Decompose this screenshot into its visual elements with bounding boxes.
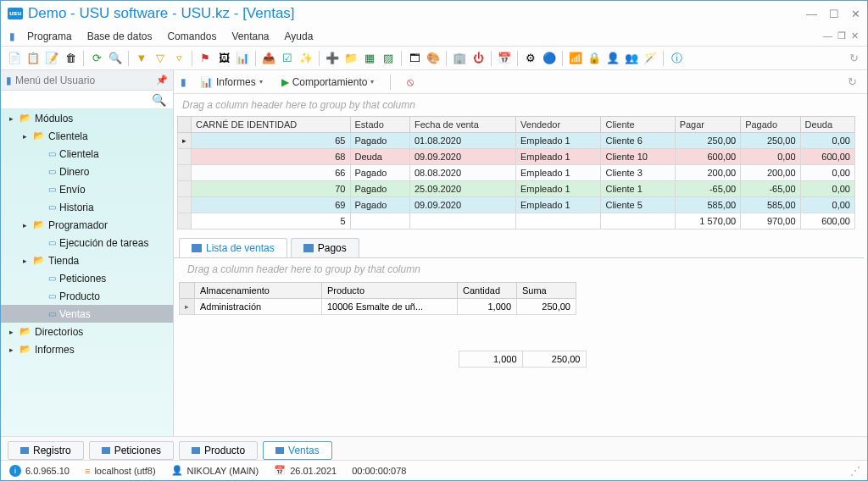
tree-tienda[interactable]: ▸📂Tienda — [1, 252, 173, 269]
menu-programa[interactable]: Programa — [20, 29, 79, 44]
tb-refresh-icon[interactable]: ⟳ — [88, 50, 105, 67]
tb-color-icon[interactable]: 🔵 — [541, 50, 558, 67]
doc-icon: ▭ — [48, 274, 56, 283]
folder-icon: 📂 — [19, 344, 31, 355]
tree-directorios[interactable]: ▸📂Directorios — [1, 323, 173, 340]
stop-icon[interactable]: ⦸ — [402, 74, 419, 91]
tb-export-icon[interactable]: 📤 — [260, 50, 277, 67]
detail-grid[interactable]: AlmacenamientoProductoCantidadSuma▸Admin… — [179, 282, 576, 315]
tb-power-icon[interactable]: ⏻ — [470, 50, 487, 67]
tb-users-icon[interactable]: 👥 — [623, 50, 640, 67]
doc-icon: ▭ — [48, 149, 56, 158]
folder-icon: 📂 — [19, 326, 31, 337]
tb-flag-icon[interactable]: ⚑ — [197, 50, 214, 67]
tb-excel2-icon[interactable]: ▨ — [380, 50, 397, 67]
footer-tab-producto[interactable]: Producto — [179, 441, 258, 460]
table-row[interactable]: 68Deuda09.09.2020Empleado 1Cliente 10600… — [178, 149, 855, 165]
comportamiento-button[interactable]: ▶ Comportamiento▾ — [276, 75, 380, 90]
mdi-restore-icon[interactable]: ❐ — [837, 30, 846, 41]
tree-informes[interactable]: ▸📂Informes — [1, 340, 173, 358]
folder-icon: 📂 — [33, 130, 45, 141]
main-panel: ▮ 📊 Informes▾ ▶ Comportamiento▾ ⦸ ↻ Drag… — [174, 70, 867, 436]
tree-producto[interactable]: ▭Producto — [1, 287, 173, 305]
tb-rss-icon[interactable]: 📶 — [567, 50, 584, 67]
doc-icon: ▭ — [48, 202, 56, 212]
tb-org-icon[interactable]: 🏢 — [451, 50, 468, 67]
sidebar-search[interactable]: 🔍 — [1, 91, 173, 109]
tb-search-icon[interactable]: 🔍 — [107, 50, 124, 67]
folder-icon: 📂 — [33, 255, 45, 266]
menu-ventana[interactable]: Ventana — [225, 29, 275, 44]
tree-clientela[interactable]: ▭Clientela — [1, 145, 173, 163]
sub-toolbar: ▮ 📊 Informes▾ ▶ Comportamiento▾ ⦸ ↻ — [174, 70, 867, 94]
tree-ejecución-de-tareas[interactable]: ▭Ejecución de tareas — [1, 234, 173, 252]
tb-check-icon[interactable]: ☑ — [279, 50, 296, 67]
tb-folder-icon[interactable]: 📁 — [342, 50, 359, 67]
close-button[interactable]: ✕ — [851, 8, 860, 20]
tab-lista-de-ventas[interactable]: Lista de ventas — [179, 238, 287, 257]
tb-picture-icon[interactable]: 🎨 — [425, 50, 442, 67]
tb-lock-icon[interactable]: 🔒 — [586, 50, 603, 67]
menu-ayuda[interactable]: Ayuda — [278, 29, 320, 44]
tree-clientela[interactable]: ▸📂Clientela — [1, 127, 173, 145]
main-toolbar: 📄 📋 📝 🗑 ⟳ 🔍 ▼ ▽ ▿ ⚑ 🖼 📊 📤 ☑ ✨ ➕ 📁 ▦ ▨ 🗔 … — [1, 47, 867, 70]
tree-envío[interactable]: ▭Envío — [1, 180, 173, 198]
tb-image-icon[interactable]: 🖼 — [215, 50, 232, 67]
tree-programador[interactable]: ▸📂Programador — [1, 216, 173, 234]
maximize-button[interactable]: ☐ — [829, 8, 839, 20]
user-icon: 👤 — [171, 465, 183, 476]
tb-excel-icon[interactable]: ▦ — [361, 50, 378, 67]
detail-tabs: Lista de ventasPagos — [174, 235, 864, 258]
tb-gear-icon[interactable]: ⚙ — [522, 50, 539, 67]
tree-dinero[interactable]: ▭Dinero — [1, 163, 173, 180]
mdi-close-icon[interactable]: ✕ — [851, 30, 859, 41]
tb-filter3-icon[interactable]: ▿ — [170, 50, 187, 67]
tb-info-icon[interactable]: ⓘ — [668, 50, 685, 67]
app-icon: usu — [8, 8, 23, 19]
tree-historia[interactable]: ▭Historia — [1, 198, 173, 216]
tb-calendar-icon[interactable]: 📅 — [496, 50, 513, 67]
tb-open-icon[interactable]: 📋 — [25, 50, 42, 67]
tb-history-icon[interactable]: ↻ — [845, 50, 862, 67]
minimize-button[interactable]: — — [806, 8, 817, 20]
doc-icon: ▭ — [48, 185, 56, 194]
sales-grid[interactable]: CARNÉ DE IDENTIDADEstadoFecha de ventaVe… — [177, 116, 855, 229]
table-row[interactable]: 70Pagado25.09.2020Empleado 1Cliente 1-65… — [178, 181, 855, 197]
table-row[interactable]: ▸65Pagado01.08.2020Empleado 1Cliente 625… — [178, 133, 855, 149]
table-row[interactable]: ▸Administración10006 Esmalte de uñ...1,0… — [180, 299, 576, 315]
tb-new-icon[interactable]: 📄 — [6, 50, 23, 67]
menu-basedatos[interactable]: Base de datos — [81, 29, 159, 44]
tb-delete-icon[interactable]: 🗑 — [62, 50, 79, 67]
tb-window-icon[interactable]: 🗔 — [406, 50, 423, 67]
tb-edit-icon[interactable]: 📝 — [43, 50, 60, 67]
statusbar: i6.0.965.10 ≡localhost (utf8) 👤NIKOLAY (… — [1, 460, 867, 480]
sub-history-icon[interactable]: ↻ — [843, 74, 860, 91]
tab-icon — [192, 244, 202, 252]
table-row[interactable]: 69Pagado09.09.2020Empleado 1Cliente 5585… — [178, 197, 855, 213]
menu-comandos[interactable]: Comandos — [160, 29, 223, 44]
tb-filter2-icon[interactable]: ▽ — [152, 50, 169, 67]
group-hint: Drag a column header here to group by th… — [174, 94, 864, 116]
tree-ventas[interactable]: ▭Ventas — [1, 305, 173, 323]
footer-tab-registro[interactable]: Registro — [8, 441, 84, 460]
tb-wizard-icon[interactable]: ✨ — [298, 50, 314, 67]
tree-módulos[interactable]: ▸📂Módulos — [1, 109, 173, 127]
table-row[interactable]: 66Pagado08.08.2020Empleado 1Cliente 3200… — [178, 165, 855, 181]
tb-wand-icon[interactable]: 🪄 — [642, 50, 659, 67]
mdi-minimize-icon[interactable]: — — [823, 30, 832, 41]
tb-filter-icon[interactable]: ▼ — [133, 50, 150, 67]
tb-user-icon[interactable]: 👤 — [604, 50, 621, 67]
pin-icon[interactable]: 📌 — [156, 75, 168, 86]
tab-pagos[interactable]: Pagos — [291, 238, 359, 257]
tb-add-icon[interactable]: ➕ — [324, 50, 341, 67]
footer-tab-peticiones[interactable]: Peticiones — [89, 441, 174, 460]
tree-peticiones[interactable]: ▭Peticiones — [1, 269, 173, 287]
tb-chart-icon[interactable]: 📊 — [234, 50, 251, 67]
folder-icon: 📂 — [19, 113, 31, 124]
sum-row: 51 570,00970,00600,00 — [178, 213, 855, 229]
resize-grip[interactable]: ⋰ — [850, 465, 859, 477]
footer-tab-ventas[interactable]: Ventas — [263, 441, 332, 460]
informes-button[interactable]: 📊 Informes▾ — [195, 75, 268, 90]
calendar-icon: 📅 — [274, 465, 286, 476]
sidebar-header: ▮ Menú del Usuario 📌 — [1, 70, 173, 91]
